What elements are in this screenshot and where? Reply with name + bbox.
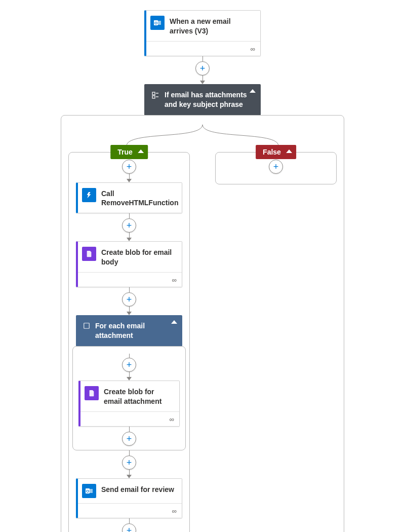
condition-container: True + Call RemoveHTMLFunction + — [61, 115, 344, 532]
true-label: True — [117, 148, 133, 156]
chevron-up-icon — [138, 149, 144, 153]
foreach-title: For each email attachment — [95, 321, 175, 340]
svg-rect-9 — [90, 489, 93, 493]
link-icon: ∞ — [172, 507, 177, 515]
connector: + — [195, 56, 210, 84]
link-icon: ∞ — [170, 415, 174, 423]
action-create-blob-attachment[interactable]: Create blob for email attachment ∞ — [78, 381, 180, 427]
add-step-button[interactable]: + — [122, 523, 136, 532]
condition-title: If email has attachments and key subject… — [165, 90, 254, 109]
add-step-button[interactable]: + — [122, 218, 136, 233]
true-branch-container: True + Call RemoveHTMLFunction + — [68, 152, 190, 532]
svg-rect-7 — [84, 323, 90, 329]
add-step-button[interactable]: + — [122, 455, 136, 470]
outlook-icon: O — [82, 484, 96, 498]
foreach-container: + Create blob for email attachment ∞ + — [72, 346, 186, 450]
true-badge[interactable]: True — [110, 145, 148, 159]
chevron-up-icon — [250, 89, 256, 93]
add-step-button[interactable]: + — [269, 160, 283, 174]
foreach-header[interactable]: For each email attachment — [76, 315, 182, 347]
trigger-card[interactable]: O When a new email arrives (V3) ∞ — [144, 10, 261, 56]
svg-text:O: O — [86, 489, 89, 493]
add-step-button[interactable]: + — [122, 432, 136, 446]
branch-split — [68, 125, 337, 146]
link-icon: ∞ — [251, 45, 255, 53]
outlook-icon: O — [150, 16, 165, 30]
svg-text:O: O — [154, 21, 157, 25]
action-send-email[interactable]: O Send email for review ∞ — [76, 478, 182, 518]
function-icon — [82, 188, 96, 202]
svg-rect-3 — [152, 92, 155, 95]
svg-rect-1 — [158, 21, 161, 25]
chevron-up-icon — [171, 320, 177, 324]
add-step-button[interactable]: + — [122, 160, 136, 174]
svg-rect-4 — [152, 96, 155, 98]
action-call-removehtml[interactable]: Call RemoveHTMLFunction — [76, 182, 182, 214]
action-title: Create blob for email body — [101, 247, 176, 267]
loop-icon — [83, 322, 90, 331]
action-title: Call RemoveHTMLFunction — [101, 188, 178, 208]
condition-icon — [151, 91, 159, 101]
trigger-title: When a new email arrives (V3) — [170, 16, 254, 36]
action-title: Send email for review — [101, 484, 174, 495]
condition-header[interactable]: If email has attachments and key subject… — [144, 84, 261, 116]
false-badge[interactable]: False — [256, 145, 296, 159]
false-label: False — [263, 148, 281, 156]
false-branch-container: False + — [215, 152, 337, 184]
action-title: Create blob for email attachment — [104, 386, 173, 406]
action-create-blob-body[interactable]: Create blob for email body ∞ — [76, 241, 182, 287]
add-step-button[interactable]: + — [122, 292, 136, 307]
link-icon: ∞ — [172, 276, 177, 284]
blob-icon — [85, 386, 99, 400]
blob-icon — [82, 247, 96, 261]
chevron-up-icon — [286, 149, 292, 153]
add-step-button[interactable]: + — [122, 358, 136, 372]
add-step-button[interactable]: + — [195, 61, 210, 75]
